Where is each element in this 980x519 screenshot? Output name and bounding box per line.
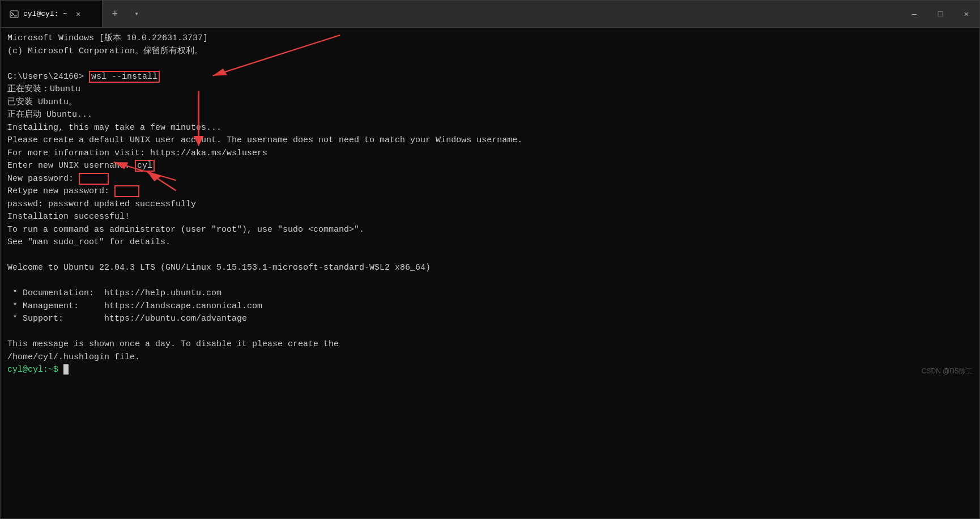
output-line: For more information visit: https://aka.… xyxy=(7,147,973,160)
output-line: 正在安装：Ubuntu xyxy=(7,83,973,96)
output-line: (c) Microsoft Corporation。保留所有权利。 xyxy=(7,45,973,58)
empty-line xyxy=(7,326,973,339)
tab-title: cyl@cyl: ~ xyxy=(23,10,67,18)
tab-close-button[interactable]: ✕ xyxy=(73,8,83,20)
output-line: * Support: https://ubuntu.com/advantage xyxy=(7,313,973,326)
empty-line xyxy=(7,58,973,71)
cursor xyxy=(63,364,69,375)
empty-line xyxy=(7,275,973,288)
output-line: Microsoft Windows [版本 10.0.22631.3737] xyxy=(7,32,973,45)
empty-line xyxy=(7,249,973,262)
new-tab-button[interactable]: + xyxy=(103,1,127,27)
ubuntu-prompt-line: cyl@cyl:~$ xyxy=(7,364,973,377)
output-line: Please create a default UNIX user accoun… xyxy=(7,134,973,147)
output-line: This message is shown once a day. To dis… xyxy=(7,338,973,351)
terminal-icon xyxy=(10,10,19,19)
output-line: * Management: https://landscape.canonica… xyxy=(7,300,973,313)
titlebar: cyl@cyl: ~ ✕ + ▾ — □ ✕ xyxy=(1,1,979,28)
output-line: 已安装 Ubuntu。 xyxy=(7,96,973,109)
terminal-window: cyl@cyl: ~ ✕ + ▾ — □ ✕ Microsoft Windows… xyxy=(0,0,980,519)
username-line: Enter new UNIX username: cyl xyxy=(7,160,973,173)
minimize-button[interactable]: — xyxy=(901,1,927,27)
password-highlight xyxy=(79,173,109,185)
tab-area: cyl@cyl: ~ ✕ + ▾ xyxy=(1,1,901,27)
retype-password-line: Retype new password: xyxy=(7,185,973,198)
retype-password-highlight xyxy=(114,185,139,197)
output-line: /home/cyl/.hushlogin file. xyxy=(7,351,973,364)
terminal-content[interactable]: Microsoft Windows [版本 10.0.22631.3737] (… xyxy=(1,28,979,381)
window-controls: — □ ✕ xyxy=(901,1,979,27)
command-line: C:\Users\24160> wsl --install xyxy=(7,71,973,84)
tab-dropdown-button[interactable]: ▾ xyxy=(127,1,146,27)
watermark: CSDN @DS陈工 xyxy=(922,367,973,376)
output-line: Installing, this may take a few minutes.… xyxy=(7,122,973,135)
output-line: passwd: password updated successfully xyxy=(7,198,973,211)
ubuntu-prompt: cyl@cyl:~$ xyxy=(7,365,58,375)
maximize-button[interactable]: □ xyxy=(927,1,953,27)
username-highlight: cyl xyxy=(135,160,155,172)
tab-active[interactable]: cyl@cyl: ~ ✕ xyxy=(1,1,103,27)
output-line: Installation successful! xyxy=(7,211,973,224)
output-line: Welcome to Ubuntu 22.04.3 LTS (GNU/Linux… xyxy=(7,262,973,275)
password-line: New password: xyxy=(7,173,973,186)
close-button[interactable]: ✕ xyxy=(953,1,979,27)
output-line: 正在启动 Ubuntu... xyxy=(7,109,973,122)
output-line: * Documentation: https://help.ubuntu.com xyxy=(7,287,973,300)
output-line: See "man sudo_root" for details. xyxy=(7,236,973,249)
wsl-install-highlight: wsl --install xyxy=(89,71,160,83)
output-line: To run a command as administrator (user … xyxy=(7,224,973,237)
terminal-wrapper: Microsoft Windows [版本 10.0.22631.3737] (… xyxy=(1,28,979,518)
